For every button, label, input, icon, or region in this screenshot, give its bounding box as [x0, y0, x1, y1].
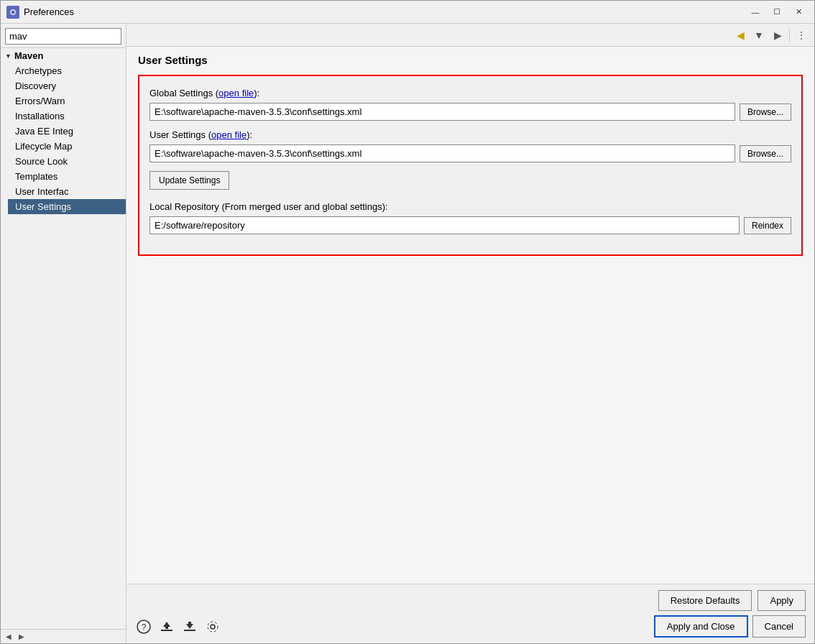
- scroll-left-icon[interactable]: ◀: [4, 632, 14, 642]
- sidebar-item-archetypes[interactable]: Archetypes: [8, 63, 126, 78]
- expand-icon: ▼: [5, 52, 11, 60]
- sidebar-item-sourcelook[interactable]: Source Look: [8, 154, 126, 169]
- apply-close-button[interactable]: Apply and Close: [654, 615, 748, 638]
- tree-children: Archetypes Discovery Errors/Warn Install…: [1, 63, 126, 214]
- svg-rect-7: [184, 630, 195, 631]
- dropdown-button[interactable]: ▼: [750, 27, 768, 44]
- local-repo-row: Reindex: [149, 216, 791, 234]
- sidebar-item-errors[interactable]: Errors/Warn: [8, 93, 126, 109]
- window-controls: — ☐ ✕: [745, 4, 809, 20]
- svg-marker-6: [163, 622, 170, 629]
- sidebar: ✕ ▼ Maven Archetypes Discovery Errors/Wa…: [1, 24, 126, 643]
- sidebar-item-userinterface[interactable]: User Interfac: [8, 184, 126, 199]
- restore-defaults-button[interactable]: Restore Defaults: [658, 590, 752, 611]
- svg-point-9: [211, 625, 215, 629]
- global-settings-colon: ):: [254, 88, 259, 98]
- user-settings-input[interactable]: [149, 144, 735, 162]
- menu-button[interactable]: ⋮: [793, 27, 810, 44]
- export-icon-button[interactable]: [181, 618, 198, 635]
- bottom-bar: Restore Defaults Apply ?: [126, 584, 814, 643]
- local-repo-input[interactable]: [149, 216, 740, 234]
- content-panel: User Settings Global Settings (open file…: [126, 47, 814, 584]
- browse-user-button[interactable]: Browse...: [740, 145, 791, 162]
- sidebar-item-lifecycle[interactable]: Lifecycle Map: [8, 139, 126, 154]
- user-settings-row: Browse...: [149, 144, 791, 162]
- toolbar-separator: [789, 29, 790, 42]
- svg-marker-8: [186, 622, 193, 629]
- content-area: ◀ ▼ ▶ ⋮ User Settings Global Settings (o…: [126, 24, 814, 643]
- sidebar-item-installations[interactable]: Installations: [8, 109, 126, 124]
- sidebar-item-discovery[interactable]: Discovery: [8, 78, 126, 93]
- tree-parent-label: Maven: [14, 50, 43, 61]
- user-settings-label: User Settings (open file):: [149, 129, 791, 140]
- tree-area: ▼ Maven Archetypes Discovery Errors/Warn…: [1, 48, 126, 214]
- svg-point-10: [208, 622, 218, 632]
- svg-rect-5: [161, 630, 172, 631]
- user-settings-colon: ):: [247, 129, 252, 140]
- minimize-button[interactable]: —: [745, 4, 765, 20]
- app-icon: [6, 6, 19, 19]
- user-settings-text: User Settings (: [149, 129, 211, 140]
- settings-icon-button[interactable]: [204, 618, 221, 635]
- tree-parent-maven[interactable]: ▼ Maven: [1, 48, 126, 63]
- local-repo-label: Local Repository (From merged user and g…: [149, 201, 791, 212]
- cancel-button[interactable]: Cancel: [752, 615, 806, 638]
- preferences-window: Preferences — ☐ ✕ ✕ ▼ Maven: [0, 0, 815, 644]
- sidebar-bottom: ◀ ▶: [1, 629, 126, 643]
- sidebar-item-templates[interactable]: Templates: [8, 169, 126, 184]
- browse-global-button[interactable]: Browse...: [740, 104, 791, 121]
- global-settings-link[interactable]: open file: [218, 88, 254, 98]
- window-title: Preferences: [24, 6, 745, 17]
- close-button[interactable]: ✕: [788, 4, 809, 20]
- maximize-button[interactable]: ☐: [767, 4, 787, 20]
- settings-box: Global Settings (open file): Browse... U…: [138, 75, 803, 256]
- back-button[interactable]: ◀: [732, 27, 749, 44]
- search-container: ✕: [1, 24, 126, 48]
- title-bar: Preferences — ☐ ✕: [1, 1, 814, 24]
- svg-point-2: [11, 11, 14, 14]
- user-settings-link[interactable]: open file: [211, 129, 247, 140]
- global-settings-input[interactable]: [149, 103, 735, 121]
- apply-button[interactable]: Apply: [758, 590, 806, 611]
- search-wrapper: ✕: [5, 28, 121, 45]
- reindex-button[interactable]: Reindex: [744, 217, 791, 234]
- page-title: User Settings: [138, 54, 803, 66]
- scroll-right-icon[interactable]: ▶: [17, 632, 27, 642]
- bottom-action-buttons: Apply and Close Cancel: [654, 615, 806, 638]
- svg-text:?: ?: [142, 622, 147, 632]
- global-settings-row: Browse...: [149, 103, 791, 121]
- help-icon-button[interactable]: ?: [135, 618, 152, 635]
- bottom-bar-row2: ?: [135, 615, 806, 638]
- sidebar-item-usersettings[interactable]: User Settings: [8, 199, 126, 214]
- update-settings-button[interactable]: Update Settings: [149, 171, 229, 190]
- global-settings-label: Global Settings (open file):: [149, 88, 791, 98]
- global-settings-text: Global Settings (: [149, 88, 218, 98]
- sidebar-scroll-area: ▼ Maven Archetypes Discovery Errors/Warn…: [1, 48, 126, 629]
- forward-button[interactable]: ▶: [769, 27, 786, 44]
- content-toolbar: ◀ ▼ ▶ ⋮: [126, 24, 814, 47]
- search-input[interactable]: [6, 29, 126, 44]
- sidebar-item-javaee[interactable]: Java EE Integ: [8, 124, 126, 139]
- bottom-bar-buttons-row1: Restore Defaults Apply: [135, 590, 806, 611]
- bottom-icons: ?: [135, 618, 221, 635]
- import-icon-button[interactable]: [158, 618, 175, 635]
- main-area: ✕ ▼ Maven Archetypes Discovery Errors/Wa…: [1, 24, 814, 643]
